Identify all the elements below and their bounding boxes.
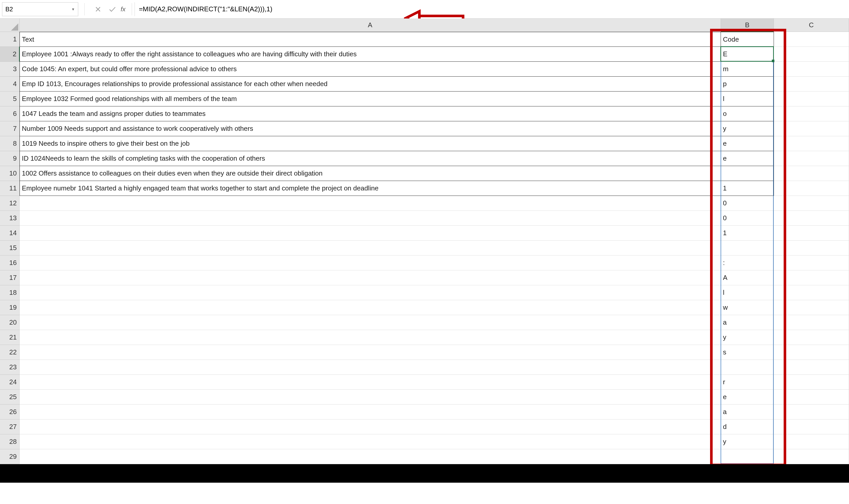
select-all-button[interactable] <box>0 18 20 32</box>
row-header-21[interactable]: 21 <box>0 330 20 345</box>
cell-A1[interactable]: Text <box>20 32 721 47</box>
cell-B3[interactable]: m <box>721 62 774 77</box>
cell-A6[interactable]: 1047 Leads the team and assigns proper d… <box>20 106 721 121</box>
cell-A2[interactable]: Employee 1001 :Always ready to offer the… <box>20 47 721 62</box>
row-header-18[interactable]: 18 <box>0 285 20 300</box>
row-header-3[interactable]: 3 <box>0 62 20 77</box>
row-header-28[interactable]: 28 <box>0 434 20 449</box>
row-header-26[interactable]: 26 <box>0 404 20 419</box>
row-header-12[interactable]: 12 <box>0 196 20 211</box>
row-header-5[interactable]: 5 <box>0 91 20 106</box>
cell-C18[interactable] <box>774 285 849 300</box>
cell-B12[interactable]: 0 <box>721 196 774 211</box>
cell-C4[interactable] <box>774 77 849 91</box>
cell-A3[interactable]: Code 1045: An expert, but could offer mo… <box>20 62 721 77</box>
cell-C23[interactable] <box>774 360 849 375</box>
cell-B26[interactable]: a <box>721 404 774 419</box>
cell-A28[interactable] <box>20 434 721 449</box>
cell-C20[interactable] <box>774 315 849 330</box>
row-header-1[interactable]: 1 <box>0 32 20 47</box>
cell-C21[interactable] <box>774 330 849 345</box>
row-header-16[interactable]: 16 <box>0 255 20 270</box>
row-header-4[interactable]: 4 <box>0 77 20 91</box>
cell-A5[interactable]: Employee 1032 Formed good relationships … <box>20 91 721 106</box>
cell-A9[interactable]: ID 1024Needs to learn the skills of comp… <box>20 151 721 166</box>
column-header-A[interactable]: A <box>20 18 721 32</box>
row-header-8[interactable]: 8 <box>0 136 20 151</box>
cell-C9[interactable] <box>774 151 849 166</box>
cell-B11[interactable]: 1 <box>721 181 774 196</box>
cell-C3[interactable] <box>774 62 849 77</box>
cell-A25[interactable] <box>20 390 721 404</box>
cell-C8[interactable] <box>774 136 849 151</box>
cell-B10[interactable] <box>721 166 774 181</box>
cell-B17[interactable]: A <box>721 270 774 285</box>
cell-B8[interactable]: e <box>721 136 774 151</box>
cell-B22[interactable]: s <box>721 345 774 360</box>
cell-C26[interactable] <box>774 404 849 419</box>
cells-area[interactable]: TextCodeEmployee 1001 :Always ready to o… <box>20 32 849 464</box>
cell-C29[interactable] <box>774 449 849 464</box>
cell-C6[interactable] <box>774 106 849 121</box>
row-header-7[interactable]: 7 <box>0 121 20 136</box>
cell-C25[interactable] <box>774 390 849 404</box>
cell-A14[interactable] <box>20 226 721 240</box>
cell-B1[interactable]: Code <box>721 32 774 47</box>
cell-B5[interactable]: l <box>721 91 774 106</box>
cell-A16[interactable] <box>20 255 721 270</box>
row-header-2[interactable]: 2 <box>0 47 20 62</box>
cell-A22[interactable] <box>20 345 721 360</box>
cell-C28[interactable] <box>774 434 849 449</box>
cell-C14[interactable] <box>774 226 849 240</box>
cell-A29[interactable] <box>20 449 721 464</box>
cell-A20[interactable] <box>20 315 721 330</box>
row-header-23[interactable]: 23 <box>0 360 20 375</box>
cell-B4[interactable]: p <box>721 77 774 91</box>
cell-B25[interactable]: e <box>721 390 774 404</box>
cell-C5[interactable] <box>774 91 849 106</box>
row-header-24[interactable]: 24 <box>0 375 20 390</box>
cell-B23[interactable] <box>721 360 774 375</box>
cell-A27[interactable] <box>20 419 721 434</box>
row-header-9[interactable]: 9 <box>0 151 20 166</box>
cancel-icon[interactable] <box>93 5 103 14</box>
row-header-13[interactable]: 13 <box>0 211 20 226</box>
cell-A26[interactable] <box>20 404 721 419</box>
row-header-10[interactable]: 10 <box>0 166 20 181</box>
cell-B21[interactable]: y <box>721 330 774 345</box>
enter-icon[interactable] <box>108 5 117 14</box>
row-header-29[interactable]: 29 <box>0 449 20 464</box>
row-header-6[interactable]: 6 <box>0 106 20 121</box>
row-header-17[interactable]: 17 <box>0 270 20 285</box>
cell-A11[interactable]: Employee numebr 1041 Started a highly en… <box>20 181 721 196</box>
cell-A10[interactable]: 1002 Offers assistance to colleagues on … <box>20 166 721 181</box>
cell-C24[interactable] <box>774 375 849 390</box>
cell-A19[interactable] <box>20 300 721 315</box>
cell-A17[interactable] <box>20 270 721 285</box>
cell-A23[interactable] <box>20 360 721 375</box>
row-header-27[interactable]: 27 <box>0 419 20 434</box>
name-box-dropdown-icon[interactable]: ▼ <box>71 7 75 11</box>
cell-B7[interactable]: y <box>721 121 774 136</box>
cell-C19[interactable] <box>774 300 849 315</box>
cell-B29[interactable] <box>721 449 774 464</box>
cell-A12[interactable] <box>20 196 721 211</box>
column-header-C[interactable]: C <box>774 18 849 32</box>
cell-A18[interactable] <box>20 285 721 300</box>
row-header-20[interactable]: 20 <box>0 315 20 330</box>
cell-A8[interactable]: 1019 Needs to inspire others to give the… <box>20 136 721 151</box>
cell-B28[interactable]: y <box>721 434 774 449</box>
name-box[interactable]: B2 ▼ <box>2 2 78 16</box>
row-header-15[interactable]: 15 <box>0 240 20 255</box>
cell-C16[interactable] <box>774 255 849 270</box>
row-header-25[interactable]: 25 <box>0 390 20 404</box>
cell-A15[interactable] <box>20 240 721 255</box>
cell-C10[interactable] <box>774 166 849 181</box>
cell-C2[interactable] <box>774 47 849 62</box>
cell-A24[interactable] <box>20 375 721 390</box>
row-header-19[interactable]: 19 <box>0 300 20 315</box>
cell-C1[interactable] <box>774 32 849 47</box>
cell-C17[interactable] <box>774 270 849 285</box>
cell-B16[interactable]: : <box>721 255 774 270</box>
cell-B14[interactable]: 1 <box>721 226 774 240</box>
